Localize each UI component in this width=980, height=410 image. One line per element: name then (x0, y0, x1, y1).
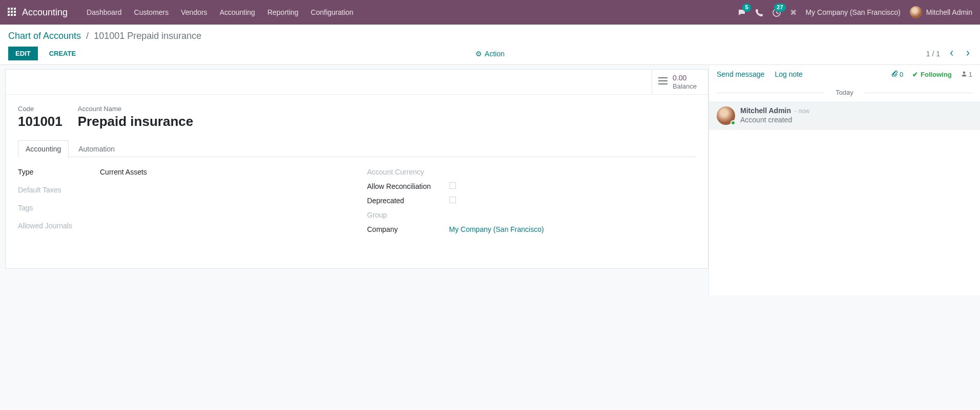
balance-stat-button[interactable]: 0.00 Balance (652, 70, 708, 94)
control-panel: Chart of Accounts / 101001 Prepaid insur… (0, 25, 980, 65)
user-name: Mitchell Admin (926, 8, 972, 16)
allow-reconciliation-label: Allow Reconciliation (367, 179, 444, 193)
tab-accounting[interactable]: Accounting (18, 140, 69, 157)
activities-badge: 27 (774, 4, 785, 11)
breadcrumb: Chart of Accounts / 101001 Prepaid insur… (8, 31, 972, 41)
allowed-journals-label: Allowed Journals (18, 219, 95, 236)
group-value (444, 208, 696, 222)
menu-reporting[interactable]: Reporting (261, 8, 305, 16)
activities-icon[interactable]: 27 (773, 8, 781, 16)
followers-button[interactable]: 1 (961, 71, 972, 78)
menu-dashboard[interactable]: Dashboard (80, 8, 128, 16)
user-menu[interactable]: Mitchell Admin (910, 6, 972, 18)
content: 0.00 Balance Code 101001 Account Name Pr… (0, 65, 980, 295)
lines-icon (658, 77, 668, 86)
gear-icon: ⚙ (475, 50, 482, 58)
paperclip-icon (891, 70, 898, 78)
balance-value: 0.00 (673, 74, 697, 82)
svg-rect-11 (658, 83, 668, 84)
svg-point-12 (963, 71, 966, 74)
phone-icon[interactable] (755, 8, 763, 16)
menu-vendors[interactable]: Vendors (175, 8, 213, 16)
svg-rect-7 (11, 14, 13, 16)
apps-icon[interactable] (8, 8, 16, 17)
log-note-button[interactable]: Log note (775, 70, 803, 78)
breadcrumb-current: 101001 Prepaid insurance (94, 31, 201, 41)
pager-next-icon[interactable] (964, 50, 972, 58)
allow-reconciliation-checkbox[interactable] (449, 182, 456, 189)
menu-configuration[interactable]: Configuration (305, 8, 360, 16)
balance-label: Balance (673, 82, 697, 90)
tags-label: Tags (18, 201, 95, 219)
app-brand[interactable]: Accounting (22, 7, 68, 18)
message-text: Account created (740, 116, 809, 124)
tags-value (95, 201, 347, 219)
attachments-button[interactable]: 0 (891, 70, 903, 78)
company-value[interactable]: My Company (San Francisco) (449, 225, 544, 233)
svg-rect-8 (14, 14, 16, 16)
svg-rect-2 (14, 8, 16, 10)
svg-rect-0 (8, 8, 10, 10)
menu-accounting[interactable]: Accounting (214, 8, 261, 16)
svg-rect-1 (11, 8, 13, 10)
company-selector[interactable]: My Company (San Francisco) (806, 8, 901, 16)
default-taxes-label: Default Taxes (18, 183, 95, 201)
deprecated-checkbox[interactable] (449, 197, 456, 203)
deprecated-label: Deprecated (367, 193, 444, 208)
pager-text[interactable]: 1 / 1 (926, 50, 940, 58)
messages-icon[interactable]: 5 (738, 8, 746, 16)
check-icon: ✔ (912, 71, 918, 78)
currency-value (444, 165, 696, 179)
message-author[interactable]: Mitchell Admin (740, 106, 791, 115)
type-label: Type (18, 165, 95, 183)
person-icon (961, 71, 967, 78)
svg-rect-10 (658, 80, 668, 81)
company-label: Company (367, 222, 444, 236)
form-sheet: 0.00 Balance Code 101001 Account Name Pr… (5, 69, 708, 269)
breadcrumb-parent[interactable]: Chart of Accounts (8, 31, 81, 41)
user-avatar-icon (910, 6, 922, 18)
svg-rect-3 (8, 11, 10, 13)
message-avatar-icon (717, 106, 735, 125)
action-dropdown[interactable]: ⚙ Action (475, 50, 505, 58)
chatter: Send message Log note 0 ✔ Following (708, 65, 980, 295)
pager-prev-icon[interactable] (948, 50, 956, 58)
log-message: Mitchell Admin - now Account created (709, 101, 980, 130)
code-label: Code (18, 105, 62, 113)
online-indicator-icon (731, 120, 736, 125)
type-value: Current Assets (95, 165, 347, 183)
group-label: Group (367, 208, 444, 222)
edit-button[interactable]: EDIT (8, 47, 38, 60)
currency-label: Account Currency (367, 165, 444, 179)
code-value: 101001 (18, 114, 62, 130)
debug-close-icon[interactable]: ✖ (790, 8, 797, 17)
message-time: - now (795, 107, 809, 115)
name-label: Account Name (78, 105, 193, 113)
svg-rect-4 (11, 11, 13, 13)
svg-rect-6 (8, 14, 10, 16)
tabs: Accounting Automation (18, 140, 696, 157)
send-message-button[interactable]: Send message (717, 70, 764, 78)
allowed-journals-value (95, 219, 347, 236)
top-navbar: Accounting Dashboard Customers Vendors A… (0, 0, 980, 25)
svg-rect-9 (658, 77, 668, 78)
date-separator: Today (717, 89, 972, 96)
create-button[interactable]: CREATE (42, 47, 83, 60)
following-button[interactable]: ✔ Following (912, 71, 952, 78)
breadcrumb-separator: / (86, 31, 89, 41)
svg-rect-5 (14, 11, 16, 13)
name-value: Prepaid insurance (78, 114, 193, 130)
default-taxes-value (95, 183, 347, 201)
tab-automation[interactable]: Automation (71, 140, 122, 157)
menu-customers[interactable]: Customers (128, 8, 175, 16)
messages-badge: 5 (742, 4, 750, 11)
